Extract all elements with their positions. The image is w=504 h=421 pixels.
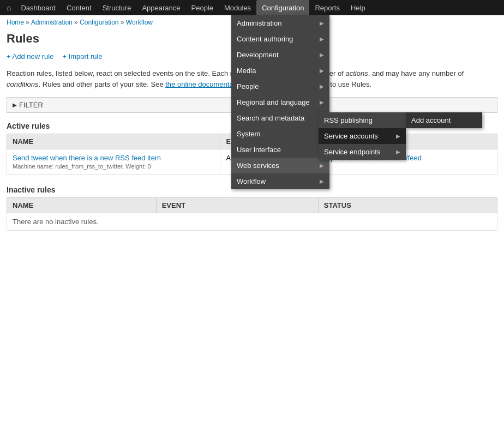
nav-reports[interactable]: Reports [309, 0, 345, 15]
add-account-item[interactable]: Add account [406, 112, 482, 128]
submenu-service-accounts[interactable]: Service accounts ▶ [319, 128, 406, 144]
machine-name-label: Machine name: rules_from_rss_to_twitter,… [13, 163, 214, 170]
nav-structure[interactable]: Structure [97, 0, 137, 15]
breadcrumb-workflow[interactable]: Workflow [126, 19, 153, 26]
config-dropdown-menu: Administration ▶ Content authoring ▶ Dev… [231, 15, 329, 189]
dropdown-development[interactable]: Development ▶ [231, 47, 329, 63]
add-new-rule-link[interactable]: + Add new rule [7, 52, 53, 61]
arrow-icon: ▶ [320, 20, 324, 26]
inactive-rules-section: Inactive rules NAME EVENT STATUS There a… [7, 185, 497, 231]
breadcrumb-home[interactable]: Home [7, 19, 24, 26]
inactive-name-header: NAME [7, 198, 157, 213]
breadcrumb-administration[interactable]: Administration [31, 19, 73, 26]
inactive-status-header: STATUS [318, 198, 497, 213]
filter-arrow-icon: ▶ [13, 102, 17, 108]
arrow-icon: ▶ [320, 52, 324, 58]
inactive-rules-table: NAME EVENT STATUS There are no inactive … [7, 197, 497, 231]
arrow-icon: ▶ [320, 163, 324, 169]
arrow-icon: ▶ [320, 68, 324, 74]
nav-dashboard[interactable]: Dashboard [15, 0, 61, 15]
add-account-menu: Add account [406, 112, 482, 128]
arrow-icon: ▶ [320, 178, 324, 184]
nav-help[interactable]: Help [345, 0, 371, 15]
nav-people[interactable]: People [186, 0, 219, 15]
dropdown-web-services[interactable]: Web services ▶ [231, 158, 329, 173]
nav-content[interactable]: Content [61, 0, 97, 15]
dropdown-search-metadata[interactable]: Search and metadata ▶ [231, 110, 329, 126]
dropdown-regional-language[interactable]: Regional and language ▶ [231, 94, 329, 110]
inactive-event-header: EVENT [156, 198, 318, 213]
dropdown-workflow[interactable]: Workflow ▶ [231, 173, 329, 189]
dropdown-system[interactable]: System ▶ [231, 126, 329, 142]
submenu-rss-publishing[interactable]: RSS publishing [319, 112, 406, 128]
nav-modules[interactable]: Modules [219, 0, 256, 15]
dropdown-content-authoring[interactable]: Content authoring ▶ [231, 31, 329, 47]
inactive-table-header-row: NAME EVENT STATUS [7, 198, 497, 213]
import-rule-link[interactable]: + Import rule [62, 52, 102, 61]
dropdown-media[interactable]: Media ▶ [231, 63, 329, 79]
top-navigation: ⌂ Dashboard Content Structure Appearance… [0, 0, 504, 15]
arrow-icon: ▶ [320, 99, 324, 105]
rule-name-cell: Send tweet when there is a new RSS feed … [7, 149, 220, 175]
arrow-icon: ▶ [320, 83, 324, 89]
no-inactive-rules-message: There are no inactive rules. [7, 213, 497, 231]
rule-name-link[interactable]: Send tweet when there is a new RSS feed … [13, 154, 161, 162]
arrow-icon: ▶ [396, 149, 400, 155]
dropdown-people[interactable]: People ▶ [231, 79, 329, 94]
dropdown-user-interface[interactable]: User interface ▶ [231, 142, 329, 158]
webservices-submenu: RSS publishing Service accounts ▶ Servic… [319, 112, 406, 160]
dropdown-administration[interactable]: Administration ▶ [231, 15, 329, 31]
submenu-service-endpoints[interactable]: Service endpoints ▶ [319, 144, 406, 160]
arrow-icon: ▶ [320, 36, 324, 42]
no-inactive-rules-row: There are no inactive rules. [7, 213, 497, 231]
arrow-icon: ▶ [396, 133, 400, 139]
nav-configuration[interactable]: Configuration [256, 0, 309, 15]
home-nav-item[interactable]: ⌂ [2, 1, 15, 14]
name-column-header: NAME [7, 134, 220, 149]
nav-appearance[interactable]: Appearance [136, 0, 185, 15]
breadcrumb-configuration[interactable]: Configuration [80, 19, 118, 26]
